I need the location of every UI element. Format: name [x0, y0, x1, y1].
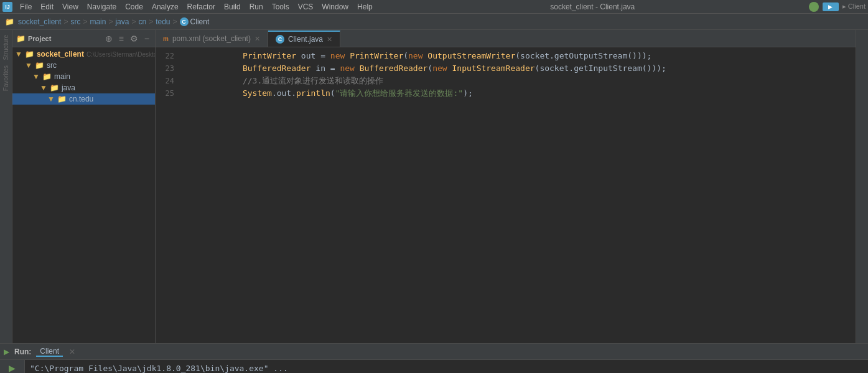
tree-item-src[interactable]: ▼ 📁 src — [12, 60, 155, 71]
main-name: main — [54, 72, 70, 81]
folder-icon-java: 📁 — [50, 83, 59, 92]
run-tab-close[interactable]: ✕ — [69, 347, 75, 356]
structure-label[interactable]: Structure — [1, 32, 11, 63]
menu-code[interactable]: Code — [121, 1, 147, 12]
editor-area: m pom.xml (socket_client) ✕ C Client.jav… — [156, 30, 856, 343]
run-content: ▶ ■ 📷 ↕ ⊜ 📌 🗑 ↑ "C:\Program Files\Java\j… — [0, 360, 868, 373]
right-strip — [856, 30, 868, 343]
tree-item-java[interactable]: ▼ 📁 java — [12, 82, 155, 93]
project-panel-title: Project — [28, 35, 101, 42]
java-folder-name: java — [62, 83, 75, 92]
tab-client-java[interactable]: C Client.java ✕ — [268, 31, 340, 47]
tree-item-cntedu[interactable]: ▼ 📁 cn.tedu — [12, 93, 155, 105]
menu-build[interactable]: Build — [220, 1, 245, 12]
tree-item-root[interactable]: ▼ 📁 socket_client C:\Users\Sterman\Deskt… — [12, 49, 155, 60]
menu-vcs[interactable]: VCS — [294, 1, 317, 12]
left-strip: Structure Favorites — [0, 30, 12, 343]
bc-tedu[interactable]: tedu — [156, 17, 170, 26]
tab-pom-xml[interactable]: m pom.xml (socket_client) ✕ — [156, 31, 268, 47]
folder-icon-root: 📁 — [25, 50, 34, 59]
xml-tab-icon: m — [163, 35, 169, 42]
folder-icon-main: 📁 — [42, 72, 52, 81]
code-line-23: 23 BufferedReader in = new BufferedReade… — [156, 62, 856, 75]
run-header-label: Run: — [14, 347, 31, 356]
code-line-25: 25 System.out.println("请输入你想给服务器发送的数据:")… — [156, 87, 856, 100]
run-client-tab[interactable]: Client — [36, 347, 63, 357]
favorites-label[interactable]: Favorites — [1, 63, 11, 93]
cntedu-name: cn.tedu — [69, 95, 93, 103]
project-icon: 📁 — [5, 17, 14, 26]
client-label-top: ▸ Client — [842, 2, 866, 11]
run-header: ▶ Run: Client ✕ — [0, 344, 868, 360]
tab-client-close[interactable]: ✕ — [327, 35, 332, 44]
code-area[interactable]: 22 PrintWriter out = new PrintWriter(new… — [156, 47, 856, 343]
src-name: src — [47, 61, 57, 70]
tab-pom-label: pom.xml (socket_client) — [172, 34, 251, 43]
chevron-down-main-icon: ▼ — [32, 72, 40, 81]
run-rerun-btn[interactable]: ▶ — [6, 362, 19, 373]
project-folder-icon: 📁 — [16, 34, 26, 43]
root-path: C:\Users\Sterman\Desktop\socket_client — [86, 51, 155, 58]
menu-window[interactable]: Window — [318, 1, 352, 12]
menu-run[interactable]: Run — [246, 1, 267, 12]
project-tree: ▼ 📁 socket_client C:\Users\Sterman\Deskt… — [12, 47, 155, 343]
project-minimize-btn[interactable]: − — [142, 34, 151, 44]
app-icon: IJ — [2, 2, 12, 12]
user-icon[interactable] — [809, 2, 819, 12]
menu-items: File Edit View Navigate Code Analyze Ref… — [16, 1, 376, 12]
run-panel: ▶ Run: Client ✕ ▶ ■ 📷 ↕ ⊜ 📌 🗑 ↑ "C:\Prog… — [0, 343, 868, 373]
breadcrumb-bar: 📁 socket_client > src > main > java > cn… — [0, 14, 868, 30]
bc-java[interactable]: java — [115, 17, 129, 26]
run-header-icon: ▶ — [4, 347, 9, 356]
window-title: socket_client - Client.java — [376, 2, 809, 11]
run-output: "C:\Program Files\Java\jdk1.8.0_281\bin\… — [25, 360, 868, 373]
tree-item-main[interactable]: ▼ 📁 main — [12, 71, 155, 82]
menu-tools[interactable]: Tools — [268, 1, 293, 12]
chevron-down-icon: ▼ — [15, 50, 22, 59]
project-menu-btn[interactable]: ≡ — [117, 34, 126, 44]
menu-edit[interactable]: Edit — [37, 1, 57, 12]
code-line-24: 24 //3.通过流对象进行发送和读取的操作 — [156, 75, 856, 87]
folder-icon-tedu: 📁 — [57, 95, 67, 103]
bc-client: C Client — [180, 17, 210, 26]
menu-view[interactable]: View — [58, 1, 82, 12]
tab-pom-close[interactable]: ✕ — [254, 35, 260, 43]
menu-file[interactable]: File — [16, 1, 35, 12]
run-sidebar: ▶ ■ 📷 ↕ ⊜ 📌 🗑 ↑ — [0, 360, 25, 373]
tab-client-label: Client.java — [288, 35, 323, 44]
menu-help[interactable]: Help — [353, 1, 376, 12]
folder-icon-src: 📁 — [35, 61, 44, 70]
menu-bar: IJ File Edit View Navigate Code Analyze … — [0, 0, 868, 14]
bc-socket-client[interactable]: socket_client — [18, 17, 61, 26]
tabs-bar: m pom.xml (socket_client) ✕ C Client.jav… — [156, 30, 856, 47]
bc-main[interactable]: main — [90, 17, 106, 26]
project-settings-btn[interactable]: ⚙ — [128, 34, 140, 44]
bc-cn[interactable]: cn — [138, 17, 146, 26]
root-name: socket_client — [37, 50, 84, 59]
chevron-down-src-icon: ▼ — [25, 61, 32, 70]
output-line-1: "C:\Program Files\Java\jdk1.8.0_281\bin\… — [30, 362, 863, 373]
java-tab-icon: C — [276, 35, 284, 44]
run-button-top[interactable]: ▶ — [823, 2, 839, 11]
main-layout: Structure Favorites 📁 Project ⊕ ≡ ⚙ − ▼ … — [0, 30, 868, 343]
project-header: 📁 Project ⊕ ≡ ⚙ − — [12, 30, 155, 47]
project-add-btn[interactable]: ⊕ — [103, 34, 114, 44]
code-line-22: 22 PrintWriter out = new PrintWriter(new… — [156, 50, 856, 62]
project-panel: 📁 Project ⊕ ≡ ⚙ − ▼ 📁 socket_client C:\U… — [12, 30, 156, 343]
chevron-right-tedu-icon: ▼ — [47, 95, 55, 103]
bc-src[interactable]: src — [70, 17, 80, 26]
java-icon-bc: C — [180, 17, 189, 26]
menu-navigate[interactable]: Navigate — [83, 1, 120, 12]
menu-analyze[interactable]: Analyze — [148, 1, 182, 12]
menu-refactor[interactable]: Refactor — [184, 1, 219, 12]
chevron-down-java-icon: ▼ — [40, 83, 47, 92]
